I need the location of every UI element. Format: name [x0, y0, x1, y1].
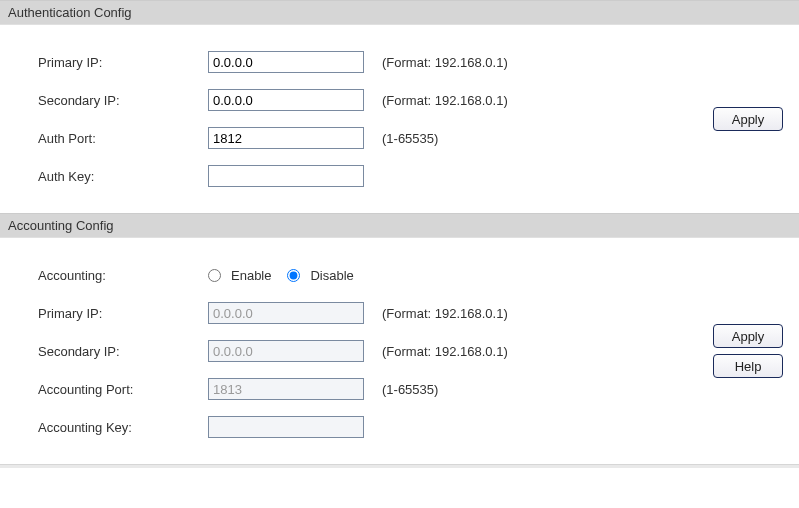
acct-port-hint: (1-65535)	[372, 382, 438, 397]
acct-port-input[interactable]	[208, 378, 364, 400]
acct-enable-label[interactable]: Enable	[231, 268, 271, 283]
acct-primary-ip-label: Primary IP:	[38, 306, 208, 321]
acct-fields: Accounting: Enable Disable Primary IP: (…	[0, 256, 508, 446]
acct-help-button[interactable]: Help	[713, 354, 783, 378]
auth-primary-ip-row: Primary IP: (Format: 192.168.0.1)	[38, 43, 508, 81]
auth-primary-ip-label: Primary IP:	[38, 55, 208, 70]
acct-key-row: Accounting Key:	[38, 408, 508, 446]
auth-secondary-ip-label: Secondary IP:	[38, 93, 208, 108]
acct-primary-ip-input[interactable]	[208, 302, 364, 324]
acct-actions: Apply Help	[508, 256, 799, 446]
auth-fields: Primary IP: (Format: 192.168.0.1) Second…	[0, 43, 508, 195]
acct-secondary-ip-label: Secondary IP:	[38, 344, 208, 359]
acct-secondary-ip-row: Secondary IP: (Format: 192.168.0.1)	[38, 332, 508, 370]
auth-apply-button[interactable]: Apply	[713, 107, 783, 131]
acct-accounting-label: Accounting:	[38, 268, 208, 283]
auth-key-row: Auth Key:	[38, 157, 508, 195]
acct-disable-label[interactable]: Disable	[310, 268, 353, 283]
auth-primary-ip-hint: (Format: 192.168.0.1)	[372, 55, 508, 70]
auth-secondary-ip-hint: (Format: 192.168.0.1)	[372, 93, 508, 108]
auth-secondary-ip-row: Secondary IP: (Format: 192.168.0.1)	[38, 81, 508, 119]
auth-config-body: Primary IP: (Format: 192.168.0.1) Second…	[0, 25, 799, 213]
auth-port-input[interactable]	[208, 127, 364, 149]
acct-port-label: Accounting Port:	[38, 382, 208, 397]
auth-config-header: Authentication Config	[0, 0, 799, 25]
acct-config-body: Accounting: Enable Disable Primary IP: (…	[0, 238, 799, 464]
auth-secondary-ip-input[interactable]	[208, 89, 364, 111]
acct-port-row: Accounting Port: (1-65535)	[38, 370, 508, 408]
acct-accounting-row: Accounting: Enable Disable	[38, 256, 508, 294]
acct-config-header: Accounting Config	[0, 213, 799, 238]
auth-port-row: Auth Port: (1-65535)	[38, 119, 508, 157]
acct-key-input[interactable]	[208, 416, 364, 438]
bottom-divider	[0, 464, 799, 468]
auth-port-hint: (1-65535)	[372, 131, 438, 146]
acct-apply-button[interactable]: Apply	[713, 324, 783, 348]
auth-actions: Apply	[508, 43, 799, 195]
acct-accounting-radio-group: Enable Disable	[208, 268, 508, 283]
acct-primary-ip-hint: (Format: 192.168.0.1)	[372, 306, 508, 321]
auth-port-label: Auth Port:	[38, 131, 208, 146]
acct-primary-ip-row: Primary IP: (Format: 192.168.0.1)	[38, 294, 508, 332]
auth-key-input[interactable]	[208, 165, 364, 187]
acct-disable-radio[interactable]	[287, 269, 300, 282]
acct-key-label: Accounting Key:	[38, 420, 208, 435]
acct-secondary-ip-input[interactable]	[208, 340, 364, 362]
auth-key-label: Auth Key:	[38, 169, 208, 184]
auth-primary-ip-input[interactable]	[208, 51, 364, 73]
acct-enable-radio[interactable]	[208, 269, 221, 282]
acct-secondary-ip-hint: (Format: 192.168.0.1)	[372, 344, 508, 359]
